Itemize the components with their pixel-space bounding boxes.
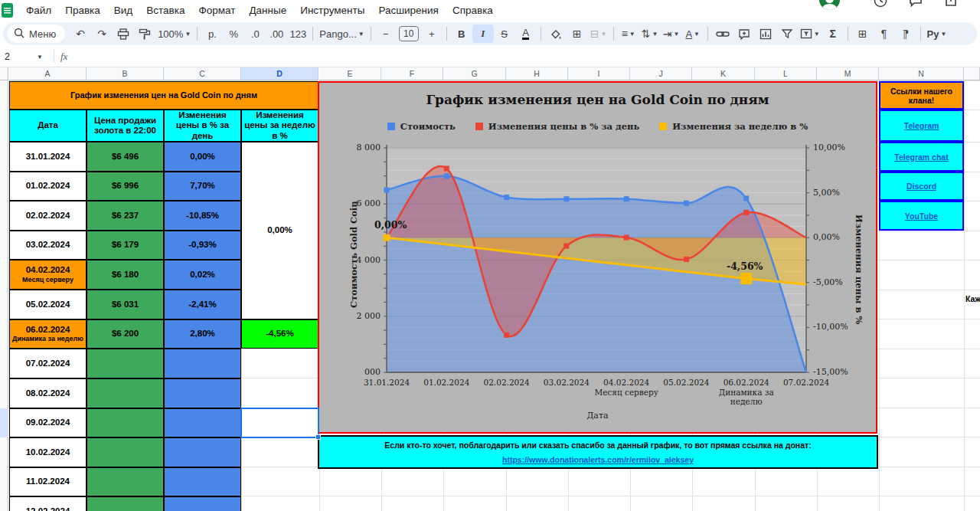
bold-button[interactable]: B bbox=[451, 25, 472, 43]
text-direction-right-button[interactable]: ¶ bbox=[895, 25, 916, 43]
date-cell[interactable]: 03.02.2024 bbox=[9, 231, 87, 260]
day-change-cell[interactable] bbox=[164, 378, 241, 408]
date-cell[interactable]: 09.02.2024 bbox=[9, 408, 87, 437]
merge-cells-button[interactable]: ⊟▼ bbox=[588, 25, 609, 43]
week-change-cell[interactable]: -4,56% bbox=[241, 319, 318, 349]
price-cell[interactable] bbox=[87, 467, 164, 496]
column-header-K[interactable]: K bbox=[692, 67, 755, 80]
text-wrap-button[interactable]: ⇥▼ bbox=[661, 25, 682, 43]
fill-color-button[interactable] bbox=[545, 25, 567, 43]
zoom-dropdown[interactable]: 100%▼ bbox=[155, 25, 193, 43]
date-cell[interactable]: 01.02.2024 bbox=[9, 172, 87, 201]
name-box-caret-icon[interactable]: ▼ bbox=[37, 54, 43, 61]
history-icon[interactable] bbox=[873, 0, 888, 8]
date-cell[interactable]: 07.02.2024 bbox=[9, 349, 87, 378]
menu-Расширения[interactable]: Расширения bbox=[371, 1, 446, 21]
fill-handle[interactable] bbox=[315, 434, 321, 440]
text-color-button[interactable]: A bbox=[515, 25, 537, 43]
create-filter-button[interactable] bbox=[776, 25, 798, 43]
menu-Справка[interactable]: Справка bbox=[446, 1, 500, 21]
table-header-0[interactable]: Дата bbox=[9, 110, 87, 142]
price-cell[interactable] bbox=[87, 437, 164, 467]
day-change-cell[interactable]: 2,80% bbox=[164, 319, 241, 349]
menu-Формат[interactable]: Формат bbox=[191, 1, 242, 21]
date-cell[interactable]: 08.02.2024 bbox=[9, 378, 87, 408]
price-cell[interactable]: $6 237 bbox=[87, 201, 164, 231]
table-header-3[interactable]: Изменения цены за неделю в % bbox=[241, 110, 318, 142]
column-header-right-edge[interactable] bbox=[964, 67, 980, 80]
link-youtube[interactable]: YouTube bbox=[905, 211, 938, 221]
menu-Данные[interactable]: Данные bbox=[242, 1, 293, 21]
increase-font-size-button[interactable]: + bbox=[421, 25, 443, 43]
day-change-cell[interactable] bbox=[164, 467, 241, 496]
price-cell[interactable]: $6 996 bbox=[87, 172, 164, 201]
grid-corner[interactable] bbox=[0, 67, 8, 80]
selected-cell[interactable] bbox=[240, 408, 319, 438]
table-header-2[interactable]: Изменения цены в % за день bbox=[164, 110, 241, 142]
menu-Файл[interactable]: Файл bbox=[19, 1, 58, 21]
menu-Правка[interactable]: Правка bbox=[58, 1, 107, 21]
increase-decimal-button[interactable]: .00 bbox=[266, 25, 287, 43]
price-cell[interactable]: $6 179 bbox=[87, 231, 164, 260]
borders-button[interactable]: ⊞ bbox=[567, 25, 588, 43]
date-cell[interactable]: 05.02.2024 bbox=[9, 290, 87, 319]
column-header-A[interactable]: A bbox=[9, 67, 87, 80]
price-cell[interactable]: $6 200 bbox=[87, 319, 164, 349]
link-telegram[interactable]: Telegram bbox=[904, 121, 939, 130]
link-discord[interactable]: Discord bbox=[906, 182, 936, 191]
vertical-align-button[interactable]: ⇅▼ bbox=[639, 25, 661, 43]
sheets-logo-icon[interactable] bbox=[2, 3, 13, 18]
comment-icon[interactable] bbox=[908, 0, 923, 8]
price-cell[interactable]: $6 180 bbox=[87, 260, 164, 290]
date-cell[interactable]: 04.02.2024Месяц серверу bbox=[9, 260, 87, 290]
column-header-M[interactable]: M bbox=[817, 67, 879, 80]
column-header-G[interactable]: G bbox=[443, 67, 506, 80]
font-size-input[interactable]: 10 bbox=[397, 25, 421, 43]
input-tools-dropdown[interactable]: Ру▼ bbox=[925, 25, 949, 43]
link-telegram-chat[interactable]: Telegram chat bbox=[894, 152, 948, 162]
date-cell[interactable]: 10.02.2024 bbox=[9, 437, 87, 467]
day-change-cell[interactable]: -0,93% bbox=[164, 231, 241, 260]
menu-Вставка[interactable]: Вставка bbox=[139, 1, 191, 21]
price-cell[interactable] bbox=[87, 496, 164, 511]
horizontal-align-button[interactable]: ≡▼ bbox=[618, 25, 639, 43]
decrease-font-size-button[interactable]: − bbox=[375, 25, 397, 43]
price-cell[interactable]: $6 031 bbox=[87, 290, 164, 319]
column-header-I[interactable]: I bbox=[568, 67, 630, 80]
currency-format-button[interactable]: р. bbox=[201, 25, 223, 43]
table-banner[interactable]: График изменения цен на Gold Coin по дня… bbox=[9, 81, 318, 110]
menu-Инструменты[interactable]: Инструменты bbox=[293, 1, 371, 21]
day-change-cell[interactable]: -10,85% bbox=[164, 201, 241, 231]
date-cell[interactable]: 12.02.2024 bbox=[9, 496, 87, 511]
avatar[interactable] bbox=[819, 0, 840, 10]
column-header-L[interactable]: L bbox=[755, 67, 817, 80]
strikethrough-button[interactable]: S bbox=[494, 25, 515, 43]
day-change-cell[interactable]: -2,41% bbox=[164, 290, 241, 319]
price-cell[interactable]: $6 496 bbox=[87, 142, 164, 172]
percent-format-button[interactable]: % bbox=[223, 25, 244, 43]
freeze-button[interactable]: ⊞ bbox=[852, 25, 874, 43]
column-header-B[interactable]: B bbox=[87, 67, 164, 80]
insert-chart-button[interactable] bbox=[755, 25, 776, 43]
menu-Вид[interactable]: Вид bbox=[107, 1, 139, 21]
column-header-N[interactable]: N bbox=[879, 67, 964, 80]
day-change-cell[interactable] bbox=[164, 349, 241, 378]
date-cell[interactable]: 31.01.2024 bbox=[9, 142, 87, 172]
day-change-cell[interactable]: 0,02% bbox=[164, 260, 241, 290]
insert-comment-button[interactable] bbox=[733, 25, 755, 43]
day-change-cell[interactable]: 7,70% bbox=[164, 172, 241, 201]
date-cell[interactable]: 02.02.2024 bbox=[9, 201, 87, 231]
week-change-merged-cell[interactable]: 0,00% bbox=[241, 142, 318, 319]
day-change-cell[interactable] bbox=[164, 496, 241, 511]
formula-input[interactable] bbox=[67, 47, 980, 67]
price-cell[interactable] bbox=[87, 349, 164, 378]
price-cell[interactable] bbox=[87, 378, 164, 408]
price-cell[interactable] bbox=[87, 408, 164, 437]
share-icon[interactable] bbox=[943, 0, 959, 8]
column-header-J[interactable]: J bbox=[630, 67, 692, 80]
column-header-D[interactable]: D bbox=[241, 67, 318, 80]
donation-link[interactable]: https://www.donationalerts.com/r/ermilov… bbox=[502, 455, 694, 464]
undo-button[interactable]: ↶ bbox=[70, 25, 91, 43]
decrease-decimal-button[interactable]: .0 bbox=[244, 25, 266, 43]
italic-button[interactable]: I bbox=[472, 25, 494, 43]
